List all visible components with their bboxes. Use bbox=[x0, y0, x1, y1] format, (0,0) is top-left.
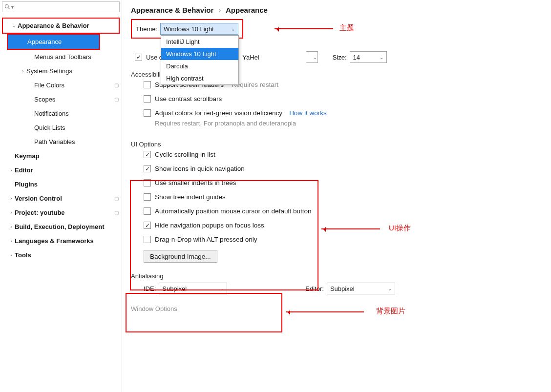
tree-file-colors[interactable]: File Colors▢ bbox=[0, 78, 122, 92]
font-size-label: Size: bbox=[333, 54, 347, 61]
screen-readers-checkbox[interactable] bbox=[144, 81, 151, 88]
project-badge-icon: ▢ bbox=[114, 210, 119, 215]
svg-point-0 bbox=[5, 5, 9, 8]
ide-antialiasing-combo[interactable]: Subpixel⌄ bbox=[159, 283, 227, 294]
tree-notifications[interactable]: Notifications bbox=[0, 106, 122, 121]
cyclic-scrolling-label: Cyclic scrolling in list bbox=[155, 151, 215, 158]
tree-appearance-behavior[interactable]: ⌄Appearance & Behavior bbox=[3, 19, 119, 33]
contrast-scrollbars-label: Use contrast scrollbars bbox=[155, 95, 222, 103]
window-options-title: Window Options bbox=[131, 305, 551, 312]
ide-antialiasing-value: Subpixel bbox=[162, 285, 216, 292]
annotation-box-bg bbox=[126, 293, 282, 332]
breadcrumb-leaf: Appearance bbox=[226, 6, 268, 14]
tree-scopes[interactable]: Scopes▢ bbox=[0, 92, 122, 106]
tree-tools[interactable]: ›Tools bbox=[0, 248, 122, 262]
tree-system-settings[interactable]: ›System Settings bbox=[0, 64, 122, 78]
drag-alt-checkbox[interactable] bbox=[144, 236, 151, 243]
theme-combo[interactable]: Windows 10 Light ⌄ bbox=[160, 23, 238, 35]
tree-keymap[interactable]: Keymap bbox=[0, 149, 122, 163]
chevron-down-icon: ⌄ bbox=[313, 55, 317, 60]
chevron-down-icon: ⌄ bbox=[220, 286, 224, 291]
use-custom-font-checkbox[interactable] bbox=[135, 54, 142, 61]
tree-appearance[interactable]: Appearance bbox=[8, 35, 99, 49]
theme-option-2[interactable]: Darcula bbox=[161, 60, 238, 72]
drag-alt-label: Drag-n-Drop with ALT pressed only bbox=[155, 236, 257, 243]
tree-quick-lists[interactable]: Quick Lists bbox=[0, 121, 122, 135]
theme-value: Windows 10 Light bbox=[164, 25, 227, 33]
font-size-value: 14 bbox=[353, 54, 376, 61]
show-icons-checkbox[interactable] bbox=[144, 165, 151, 172]
tree-plugins[interactable]: Plugins bbox=[0, 177, 122, 191]
show-icons-label: Show icons in quick navigation bbox=[155, 165, 245, 172]
project-badge-icon: ▢ bbox=[114, 196, 119, 201]
project-badge-icon: ▢ bbox=[114, 83, 119, 88]
font-size-combo[interactable]: 14 ⌄ bbox=[350, 51, 387, 63]
cyclic-scrolling-checkbox[interactable] bbox=[144, 151, 151, 158]
svg-line-1 bbox=[8, 8, 10, 9]
smaller-indents-checkbox[interactable] bbox=[144, 179, 151, 186]
hide-nav-checkbox[interactable] bbox=[144, 222, 151, 229]
ui-options-title: UI Options bbox=[131, 141, 551, 148]
auto-mouse-label: Automatically position mouse cursor on d… bbox=[155, 207, 311, 215]
chevron-down-icon: ⌄ bbox=[380, 55, 383, 60]
sidebar: ▾ ⌄Appearance & Behavior Appearance Menu… bbox=[0, 0, 122, 392]
tree-project[interactable]: ›Project: youtube▢ bbox=[0, 206, 122, 220]
tree-build[interactable]: ›Build, Execution, Deployment bbox=[0, 220, 122, 234]
color-deficiency-label: Adjust colors for red-green vision defic… bbox=[155, 109, 282, 117]
chevron-down-icon: ⌄ bbox=[231, 26, 235, 32]
theme-option-3[interactable]: High contrast bbox=[161, 72, 238, 84]
annotation-theme: 主题 bbox=[339, 23, 354, 33]
theme-dropdown: IntelliJ Light Windows 10 Light Darcula … bbox=[161, 35, 239, 85]
font-family-suffix: YaHei bbox=[242, 54, 259, 61]
search-field[interactable] bbox=[16, 3, 117, 11]
search-icon bbox=[4, 4, 10, 10]
tree-editor[interactable]: ›Editor bbox=[0, 163, 122, 177]
annotation-arrow-theme bbox=[275, 28, 333, 29]
ide-antialiasing-label: IDE: bbox=[144, 285, 156, 292]
editor-antialiasing-value: Subpixel bbox=[330, 285, 384, 292]
color-deficiency-hint: Requires restart. For protanopia and deu… bbox=[155, 120, 551, 127]
smaller-indents-label: Use smaller indents in trees bbox=[155, 179, 236, 186]
chevron-down-icon: ⌄ bbox=[388, 286, 392, 291]
tree-guides-checkbox[interactable] bbox=[144, 193, 151, 201]
contrast-scrollbars-checkbox[interactable] bbox=[144, 95, 151, 103]
hide-nav-label: Hide navigation popups on focus loss bbox=[155, 222, 264, 229]
search-history-chevron[interactable]: ▾ bbox=[11, 4, 14, 10]
tree-guides-label: Show tree indent guides bbox=[155, 193, 226, 201]
font-family-combo-chevron[interactable]: ⌄ bbox=[306, 51, 318, 63]
editor-antialiasing-combo[interactable]: Subpixel⌄ bbox=[327, 283, 395, 294]
how-it-works-link[interactable]: How it works bbox=[289, 109, 327, 117]
auto-mouse-checkbox[interactable] bbox=[144, 207, 151, 215]
tree-path-variables[interactable]: Path Variables bbox=[0, 135, 122, 149]
tree-menus-toolbars[interactable]: Menus and Toolbars bbox=[0, 50, 122, 64]
theme-option-0[interactable]: IntelliJ Light bbox=[161, 36, 238, 48]
search-input[interactable]: ▾ bbox=[2, 1, 120, 12]
tree-version-control[interactable]: ›Version Control▢ bbox=[0, 191, 122, 206]
settings-tree: ⌄Appearance & Behavior Appearance Menus … bbox=[0, 13, 122, 392]
antialiasing-title: Antialiasing bbox=[131, 272, 551, 280]
theme-option-1[interactable]: Windows 10 Light bbox=[161, 48, 238, 60]
tree-languages[interactable]: ›Languages & Frameworks bbox=[0, 234, 122, 248]
project-badge-icon: ▢ bbox=[114, 97, 119, 102]
breadcrumb: Appearance & Behavior › Appearance bbox=[131, 6, 551, 19]
background-image-button[interactable]: Background Image... bbox=[144, 250, 217, 263]
use-custom-font-label: Use c bbox=[146, 54, 162, 61]
breadcrumb-root[interactable]: Appearance & Behavior bbox=[131, 6, 213, 14]
color-deficiency-checkbox[interactable] bbox=[144, 109, 151, 117]
editor-antialiasing-label: Editor: bbox=[305, 285, 324, 292]
theme-label: Theme: bbox=[136, 25, 157, 33]
content-panel: Appearance & Behavior › Appearance Theme… bbox=[122, 0, 551, 392]
